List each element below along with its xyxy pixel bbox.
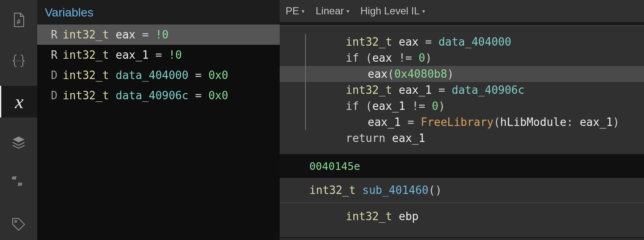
code-line[interactable]: if (eax_1 != 0) — [280, 98, 644, 114]
variable-row[interactable]: Dint32_t data_404000 = 0x0 — [37, 65, 280, 85]
quotes-icon[interactable]: “” — [0, 168, 37, 199]
variable-row[interactable]: Rint32_t eax = !0 — [37, 25, 280, 45]
code-line[interactable]: int32_t eax = data_404000 — [280, 34, 644, 50]
code-block: int32_t eax = data_404000if (eax != 0)ea… — [280, 25, 644, 155]
toolbar-item-label: High Level IL — [361, 5, 420, 17]
code-line[interactable]: eax_1 = FreeLibrary(hLibModule: eax_1) — [280, 114, 644, 130]
code-toolbar: PE▾ Linear▾ High Level IL▾ — [280, 0, 644, 23]
code-line[interactable]: int32_t ebp — [280, 208, 644, 224]
file-hash-icon[interactable]: # — [0, 4, 37, 36]
variables-panel: Variables Rint32_t eax = !0Rint32_t eax_… — [37, 0, 280, 240]
variable-row[interactable]: Dint32_t data_40906c = 0x0 — [37, 85, 280, 106]
italic-x-icon[interactable]: x — [0, 86, 37, 117]
function-signature[interactable]: int32_t sub_401460() — [280, 178, 644, 202]
braces-icon[interactable] — [0, 45, 37, 77]
toolbar-item-label: PE — [286, 5, 299, 17]
toolbar-item-view[interactable]: Linear▾ — [316, 5, 350, 17]
svg-point-1 — [17, 60, 17, 61]
tag-icon[interactable] — [0, 208, 37, 240]
svg-point-3 — [20, 60, 21, 61]
chevron-down-icon: ▾ — [422, 8, 425, 14]
toolbar-item-il[interactable]: High Level IL▾ — [361, 5, 425, 17]
chevron-down-icon: ▾ — [347, 8, 350, 14]
svg-text:#: # — [17, 18, 21, 26]
svg-text:”: ” — [18, 180, 22, 191]
address-row[interactable]: 0040145e — [280, 155, 644, 178]
svg-text:“: “ — [12, 175, 17, 185]
toolbar-item-format[interactable]: PE▾ — [286, 5, 305, 17]
variables-list: Rint32_t eax = !0Rint32_t eax_1 = !0Dint… — [37, 25, 280, 106]
code-line[interactable]: eax(0x4080b8) — [280, 66, 644, 82]
chevron-down-icon: ▾ — [302, 8, 305, 14]
code-line[interactable]: return eax_1 — [280, 130, 644, 146]
svg-point-2 — [18, 60, 19, 61]
variables-panel-title: Variables — [37, 0, 280, 25]
tool-rail: # x “” — [0, 0, 37, 240]
address-label: 0040145e — [309, 160, 360, 172]
svg-point-6 — [15, 221, 17, 222]
variable-row[interactable]: Rint32_t eax_1 = !0 — [37, 45, 280, 65]
code-line[interactable]: if (eax != 0) — [280, 50, 644, 66]
toolbar-item-label: Linear — [316, 5, 344, 17]
layers-icon[interactable] — [0, 127, 37, 158]
code-block: int32_t ebp — [280, 202, 644, 238]
code-line[interactable]: int32_t eax_1 = data_40906c — [280, 82, 644, 98]
code-area[interactable]: int32_t eax = data_404000if (eax != 0)ea… — [280, 23, 644, 240]
code-panel: PE▾ Linear▾ High Level IL▾ int32_t eax =… — [280, 0, 644, 240]
